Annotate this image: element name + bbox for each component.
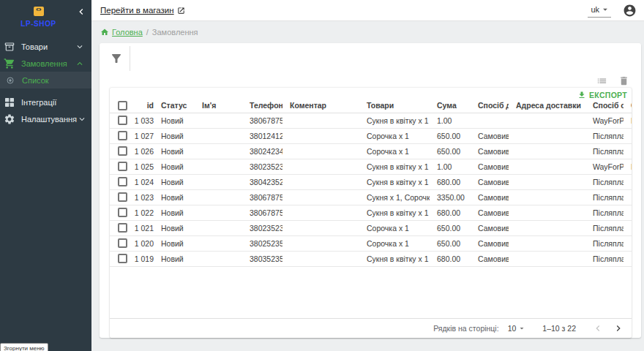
cell-name bbox=[195, 251, 242, 266]
column-list-icon[interactable] bbox=[596, 75, 607, 86]
cell-phone: 380423523523 bbox=[242, 174, 282, 189]
row-checkbox[interactable] bbox=[118, 238, 127, 248]
sidebar-item-settings[interactable]: Налаштування bbox=[0, 110, 91, 127]
cell-products: Сорочка x 1 bbox=[359, 143, 430, 159]
row-checkbox[interactable] bbox=[118, 162, 127, 171]
row-checkbox[interactable] bbox=[118, 192, 127, 202]
cell-sum: 650.00 bbox=[430, 128, 471, 143]
shopping-bag-logo-icon bbox=[31, 4, 46, 18]
header-comment: Коментар bbox=[282, 99, 359, 113]
sidebar-item-orders[interactable]: Замовлення bbox=[0, 55, 91, 72]
topbar: Перейти в магазин uk bbox=[91, 0, 644, 21]
cell-payment-status bbox=[624, 143, 632, 159]
previous-page-button[interactable] bbox=[592, 322, 604, 334]
table-row[interactable]: 1 033 Новий 380678755765 Сукня в квітку … bbox=[110, 113, 632, 128]
table-row[interactable]: 1 021 Новий 380235235235 Сорочка x 1 650… bbox=[110, 220, 632, 235]
cell-payment-status bbox=[624, 128, 632, 143]
cell-name bbox=[195, 159, 242, 174]
row-select-cell bbox=[110, 128, 133, 143]
cell-products: Сорочка x 1 bbox=[359, 235, 430, 251]
cell-address bbox=[509, 159, 585, 174]
cell-products: Сукня в квітку x 1 bbox=[359, 174, 430, 189]
select-all-checkbox[interactable] bbox=[118, 101, 127, 110]
cell-delivery bbox=[471, 113, 509, 128]
trash-icon[interactable] bbox=[618, 75, 629, 86]
header-address: Адреса доставки bbox=[509, 99, 585, 113]
cell-comment bbox=[282, 159, 359, 174]
table-row[interactable]: 1 024 Новий 380423523523 Сукня в квітку … bbox=[110, 174, 632, 189]
chevron-up-icon bbox=[75, 58, 85, 69]
row-checkbox[interactable] bbox=[118, 208, 127, 217]
filter-toolbar bbox=[100, 43, 641, 74]
cell-id: 1 022 bbox=[133, 205, 154, 220]
cell-status: Новий bbox=[154, 235, 195, 251]
table-row[interactable]: 1 022 Новий 380678755765 Сукня в квітку … bbox=[110, 205, 632, 220]
logo[interactable]: LP-SHOP bbox=[0, 4, 77, 28]
cell-address bbox=[509, 189, 585, 205]
table-actions bbox=[100, 74, 641, 88]
next-page-button[interactable] bbox=[613, 322, 624, 334]
go-to-store-link[interactable]: Перейти в магазин bbox=[100, 6, 185, 15]
row-checkbox[interactable] bbox=[118, 177, 127, 186]
table-row[interactable]: 1 023 Новий 380678755722 Сукня x 1, Соро… bbox=[110, 189, 632, 205]
filter-funnel-icon[interactable] bbox=[110, 52, 123, 65]
logo-text: LP-SHOP bbox=[20, 20, 56, 28]
chevron-down-icon bbox=[77, 114, 87, 124]
row-checkbox[interactable] bbox=[118, 146, 127, 156]
cell-products: Сукня x 1, Сорочка x 4 bbox=[359, 189, 430, 205]
table-row[interactable]: 1 027 Новий 380124124124 Сорочка x 1 650… bbox=[110, 128, 632, 143]
row-checkbox[interactable] bbox=[118, 116, 127, 125]
table-row[interactable]: 1 026 Новий 380242342342 Сорочка x 1 650… bbox=[110, 143, 632, 159]
table-row[interactable]: 1 019 Новий 380352352353 Сукня в квітку … bbox=[110, 251, 632, 266]
cell-id: 1 023 bbox=[133, 189, 154, 205]
sidebar-collapse-button[interactable] bbox=[75, 6, 87, 18]
breadcrumb-home-link[interactable]: Головна bbox=[100, 28, 143, 37]
toolbar-divider bbox=[130, 46, 130, 71]
topbar-right: uk bbox=[588, 3, 637, 18]
cell-payment: Післяплата bbox=[585, 251, 624, 266]
cell-status: Новий bbox=[154, 113, 195, 128]
cell-address bbox=[509, 251, 585, 266]
orders-table-panel: ЕКСПОРТ id Статус Ім'я Телефон К bbox=[110, 88, 632, 338]
cell-id: 1 021 bbox=[133, 220, 154, 235]
orders-tbody: 1 033 Новий 380678755765 Сукня в квітку … bbox=[110, 113, 632, 266]
cell-products: Сорочка x 1 bbox=[359, 128, 430, 143]
table-row[interactable]: 1 020 Новий 380252352352 Сорочка x 1 650… bbox=[110, 235, 632, 251]
pagination-range: 1–10 з 22 bbox=[542, 324, 576, 333]
cell-status: Новий bbox=[154, 251, 195, 266]
pagination-nav bbox=[592, 322, 624, 334]
rows-per-page-value: 10 bbox=[508, 324, 517, 333]
export-button[interactable]: ЕКСПОРТ bbox=[577, 91, 627, 99]
row-checkbox[interactable] bbox=[118, 254, 127, 263]
sidebar-item-orders-list[interactable]: Список bbox=[0, 72, 91, 88]
language-select[interactable]: uk bbox=[588, 3, 611, 18]
cell-phone: 380678755765 bbox=[242, 205, 282, 220]
cell-sum: 680.00 bbox=[430, 251, 471, 266]
cell-payment: WayForPay bbox=[585, 159, 624, 174]
bullet-dot-icon bbox=[6, 76, 15, 85]
sidebar-item-products[interactable]: Товари bbox=[0, 38, 91, 55]
cell-phone: 380678755722 bbox=[242, 189, 282, 205]
account-icon[interactable] bbox=[623, 4, 637, 18]
cell-sum: 650.00 bbox=[430, 235, 471, 251]
cell-status: Новий bbox=[154, 143, 195, 159]
chevron-down-icon bbox=[75, 42, 85, 52]
cell-payment: Післяплата bbox=[585, 220, 624, 235]
cell-comment bbox=[282, 235, 359, 251]
cell-name bbox=[195, 128, 242, 143]
cell-id: 1 020 bbox=[133, 235, 154, 251]
rows-per-page-select[interactable]: 10 bbox=[508, 324, 527, 333]
cell-delivery: Самовивіз bbox=[471, 251, 509, 266]
sidebar-item-integrations[interactable]: Інтеграції bbox=[0, 94, 91, 110]
cell-address bbox=[509, 220, 585, 235]
table-row[interactable]: 1 025 Новий 380235235235 Сукня в квітку … bbox=[110, 159, 632, 174]
cell-payment: Післяплата bbox=[585, 235, 624, 251]
row-checkbox[interactable] bbox=[118, 131, 127, 140]
rows-per-page-label: Рядків на сторінці: bbox=[433, 324, 498, 333]
row-select-cell bbox=[110, 251, 133, 266]
cell-payment: Післяплата bbox=[585, 174, 624, 189]
row-checkbox[interactable] bbox=[118, 223, 127, 233]
cell-name bbox=[195, 189, 242, 205]
cell-payment-status bbox=[624, 205, 632, 220]
row-select-cell bbox=[110, 189, 133, 205]
